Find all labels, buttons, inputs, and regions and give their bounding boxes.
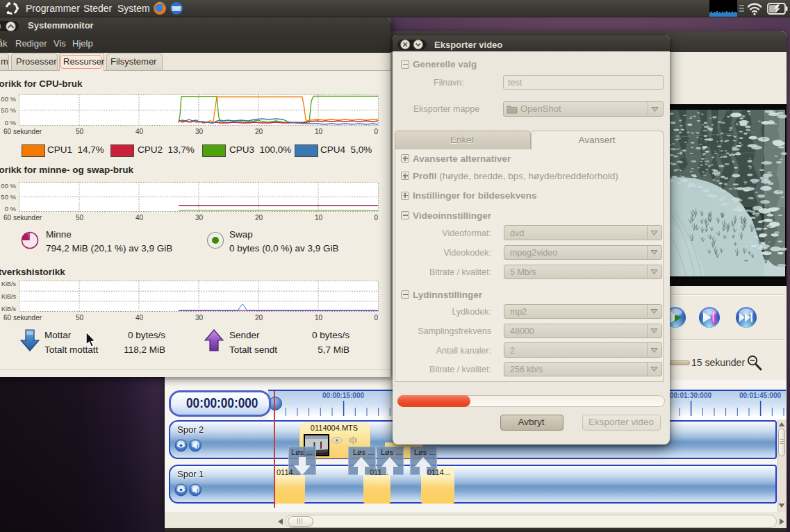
svg-text:00:00:15:000: 00:00:15:000	[322, 392, 364, 399]
svg-text:00:01:30:000: 00:01:30:000	[670, 392, 711, 399]
svg-text:00:01:45:000: 00:01:45:000	[739, 392, 781, 399]
